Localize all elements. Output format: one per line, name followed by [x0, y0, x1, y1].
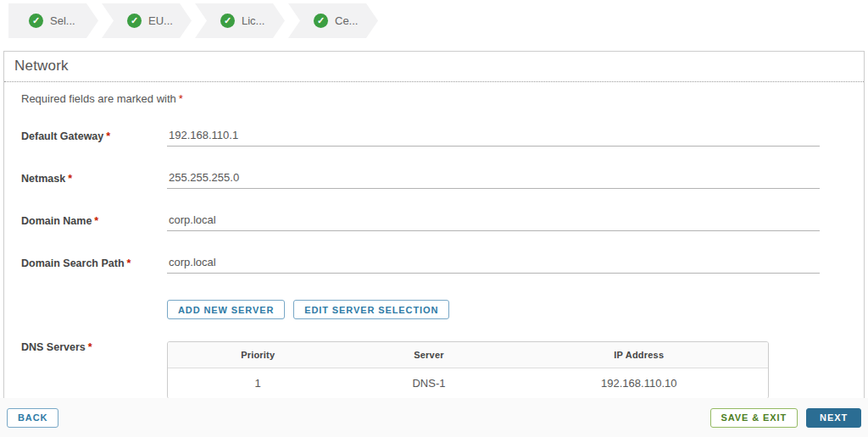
- domain-name-label-text: Domain Name: [21, 215, 92, 227]
- default-gateway-label-text: Default Gateway: [21, 130, 103, 142]
- dns-row-server: DNS-1: [348, 368, 509, 399]
- back-button[interactable]: BACK: [7, 408, 58, 428]
- column-header-priority: Priority: [168, 342, 348, 368]
- dns-servers-row: DNS Servers* Priority Server IP Address …: [21, 341, 820, 399]
- dns-table-row[interactable]: 1 DNS-1 192.168.110.10: [168, 368, 768, 399]
- form-row-domain-search-path: Domain Search Path*: [21, 254, 820, 274]
- check-icon: ✓: [220, 14, 235, 28]
- dns-servers-table: Priority Server IP Address 1 DNS-1 192.1…: [167, 341, 769, 399]
- netmask-input[interactable]: [167, 169, 820, 189]
- add-new-server-button[interactable]: ADD NEW SERVER: [167, 300, 285, 319]
- step-2-label: EU...: [148, 14, 173, 27]
- dns-row-ip-address: 192.168.110.10: [510, 368, 768, 399]
- check-icon: ✓: [314, 14, 328, 28]
- dns-servers-label: DNS Servers*: [21, 341, 167, 357]
- required-fields-note: Required fields are marked with*: [21, 92, 820, 105]
- domain-search-path-label-text: Domain Search Path: [21, 257, 125, 269]
- column-header-server: Server: [348, 342, 509, 368]
- domain-name-input[interactable]: [167, 212, 820, 231]
- required-asterisk: *: [179, 92, 183, 105]
- edit-server-selection-button[interactable]: EDIT SERVER SELECTION: [293, 300, 449, 319]
- domain-search-path-input[interactable]: [167, 254, 820, 274]
- netmask-label-text: Netmask: [21, 173, 65, 185]
- step-3-label: Lic...: [242, 14, 264, 27]
- domain-search-path-label: Domain Search Path*: [21, 257, 167, 274]
- dns-table-header-row: Priority Server IP Address: [168, 342, 768, 368]
- page-title: Network: [14, 58, 854, 75]
- network-panel: Network Required fields are marked with*…: [3, 51, 865, 413]
- footer-right-buttons: SAVE & EXIT NEXT: [710, 408, 861, 428]
- panel-body: Required fields are marked with* Default…: [4, 82, 864, 412]
- required-asterisk: *: [94, 215, 98, 227]
- form-row-netmask: Netmask*: [21, 169, 820, 189]
- netmask-label: Netmask*: [21, 173, 167, 189]
- server-buttons: ADD NEW SERVER EDIT SERVER SELECTION: [167, 300, 820, 319]
- step-3[interactable]: ✓ Lic...: [195, 3, 285, 38]
- dns-servers-label-text: DNS Servers: [21, 341, 86, 353]
- panel-header: Network: [4, 52, 864, 82]
- wizard-stepper: ✓ Sel... ✓ EU... ✓ Lic... ✓ Ce...: [0, 0, 868, 41]
- form-row-default-gateway: Default Gateway*: [21, 127, 820, 147]
- wizard-footer: BACK SAVE & EXIT NEXT: [0, 398, 868, 437]
- step-2[interactable]: ✓ EU...: [102, 3, 192, 38]
- form-row-domain-name: Domain Name*: [21, 212, 820, 231]
- required-asterisk: *: [88, 341, 92, 353]
- required-note-text: Required fields are marked with: [21, 92, 176, 105]
- step-4[interactable]: ✓ Ce...: [288, 3, 378, 38]
- default-gateway-label: Default Gateway*: [21, 130, 167, 147]
- server-buttons-spacer: [21, 300, 167, 319]
- required-asterisk: *: [127, 257, 131, 269]
- check-icon: ✓: [29, 14, 43, 28]
- column-header-ip-address: IP Address: [510, 342, 768, 368]
- save-and-exit-button[interactable]: SAVE & EXIT: [710, 408, 798, 428]
- step-4-label: Ce...: [335, 14, 358, 27]
- next-button[interactable]: NEXT: [806, 408, 861, 428]
- required-asterisk: *: [68, 173, 72, 185]
- default-gateway-input[interactable]: [167, 127, 820, 147]
- domain-name-label: Domain Name*: [21, 215, 167, 231]
- step-1-label: Sel...: [50, 14, 75, 27]
- required-asterisk: *: [106, 130, 110, 142]
- dns-row-priority: 1: [168, 368, 348, 399]
- server-buttons-row: ADD NEW SERVER EDIT SERVER SELECTION: [21, 300, 820, 319]
- check-icon: ✓: [127, 14, 142, 28]
- step-1[interactable]: ✓ Sel...: [8, 3, 98, 38]
